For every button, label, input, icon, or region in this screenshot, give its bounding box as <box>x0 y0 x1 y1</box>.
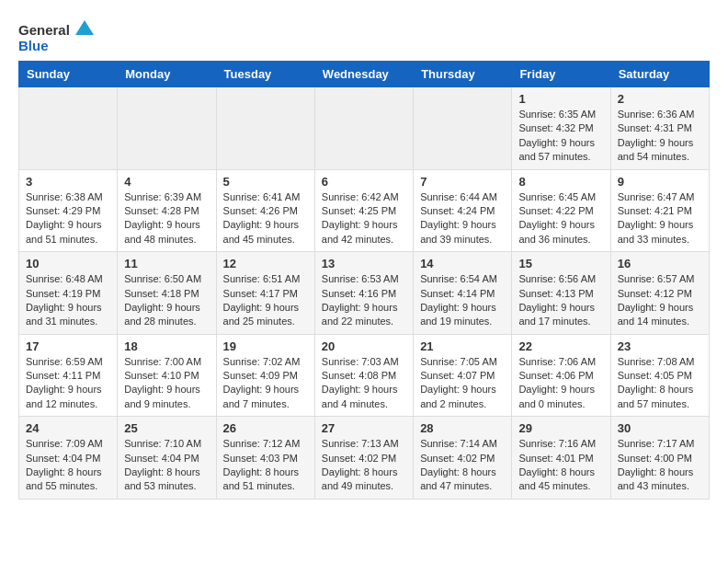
calendar-cell: 28Sunrise: 7:14 AM Sunset: 4:02 PM Dayli… <box>414 417 512 500</box>
day-detail: Sunrise: 6:59 AM Sunset: 4:11 PM Dayligh… <box>26 355 110 412</box>
day-number: 11 <box>124 257 209 270</box>
calendar-cell: 24Sunrise: 7:09 AM Sunset: 4:04 PM Dayli… <box>19 417 118 500</box>
day-number: 25 <box>124 421 209 435</box>
day-detail: Sunrise: 7:10 AM Sunset: 4:04 PM Dayligh… <box>124 437 209 494</box>
day-detail: Sunrise: 7:09 AM Sunset: 4:04 PM Dayligh… <box>26 437 110 494</box>
day-detail: Sunrise: 6:39 AM Sunset: 4:28 PM Dayligh… <box>124 190 209 247</box>
calendar-cell: 2Sunrise: 6:36 AM Sunset: 4:31 PM Daylig… <box>610 87 709 170</box>
day-number: 14 <box>420 257 505 270</box>
svg-marker-2 <box>75 20 94 35</box>
day-detail: Sunrise: 7:05 AM Sunset: 4:07 PM Dayligh… <box>420 355 505 412</box>
day-number: 5 <box>223 175 308 189</box>
header-friday: Friday <box>512 62 610 87</box>
day-detail: Sunrise: 7:03 AM Sunset: 4:08 PM Dayligh… <box>322 355 406 412</box>
calendar-body: 1Sunrise: 6:35 AM Sunset: 4:32 PM Daylig… <box>19 87 710 500</box>
calendar-cell: 6Sunrise: 6:42 AM Sunset: 4:25 PM Daylig… <box>314 169 413 252</box>
day-detail: Sunrise: 6:56 AM Sunset: 4:13 PM Dayligh… <box>518 272 603 329</box>
day-number: 19 <box>223 339 308 353</box>
week-row-3: 17Sunrise: 6:59 AM Sunset: 4:11 PM Dayli… <box>19 334 710 417</box>
day-number: 3 <box>26 175 110 189</box>
day-detail: Sunrise: 6:50 AM Sunset: 4:18 PM Dayligh… <box>124 272 209 329</box>
week-row-4: 24Sunrise: 7:09 AM Sunset: 4:04 PM Dayli… <box>19 417 710 500</box>
calendar-cell: 26Sunrise: 7:12 AM Sunset: 4:03 PM Dayli… <box>216 417 314 500</box>
day-detail: Sunrise: 7:00 AM Sunset: 4:10 PM Dayligh… <box>124 355 209 412</box>
day-number: 29 <box>518 421 603 435</box>
day-number: 7 <box>420 175 505 189</box>
calendar-cell <box>118 87 216 170</box>
day-number: 13 <box>322 257 406 270</box>
day-detail: Sunrise: 7:02 AM Sunset: 4:09 PM Dayligh… <box>223 355 308 412</box>
day-detail: Sunrise: 6:53 AM Sunset: 4:16 PM Dayligh… <box>322 272 406 329</box>
day-number: 15 <box>518 257 603 270</box>
calendar-cell <box>216 87 314 170</box>
day-number: 10 <box>26 257 110 270</box>
day-detail: Sunrise: 6:51 AM Sunset: 4:17 PM Dayligh… <box>223 272 308 329</box>
day-number: 23 <box>618 339 702 353</box>
header-row: SundayMondayTuesdayWednesdayThursdayFrid… <box>19 62 710 87</box>
calendar-cell: 1Sunrise: 6:35 AM Sunset: 4:32 PM Daylig… <box>512 87 610 170</box>
day-detail: Sunrise: 7:08 AM Sunset: 4:05 PM Dayligh… <box>618 355 702 412</box>
day-detail: Sunrise: 6:44 AM Sunset: 4:24 PM Dayligh… <box>420 190 505 247</box>
day-number: 2 <box>618 92 702 106</box>
calendar-cell: 12Sunrise: 6:51 AM Sunset: 4:17 PM Dayli… <box>216 252 314 335</box>
day-number: 20 <box>322 339 406 353</box>
calendar-cell: 13Sunrise: 6:53 AM Sunset: 4:16 PM Dayli… <box>314 252 413 335</box>
calendar-cell: 4Sunrise: 6:39 AM Sunset: 4:28 PM Daylig… <box>118 169 216 252</box>
calendar-cell: 7Sunrise: 6:44 AM Sunset: 4:24 PM Daylig… <box>414 169 512 252</box>
day-detail: Sunrise: 7:13 AM Sunset: 4:02 PM Dayligh… <box>322 437 406 494</box>
header-sunday: Sunday <box>19 62 118 87</box>
day-number: 17 <box>26 339 110 353</box>
day-detail: Sunrise: 6:42 AM Sunset: 4:25 PM Dayligh… <box>322 190 406 247</box>
calendar-cell <box>414 87 512 170</box>
day-detail: Sunrise: 7:17 AM Sunset: 4:00 PM Dayligh… <box>618 437 702 494</box>
svg-text:General: General <box>18 22 70 38</box>
day-detail: Sunrise: 7:16 AM Sunset: 4:01 PM Dayligh… <box>518 437 603 494</box>
day-detail: Sunrise: 6:45 AM Sunset: 4:22 PM Dayligh… <box>518 190 603 247</box>
page-header: General Blue <box>18 15 710 55</box>
day-detail: Sunrise: 6:41 AM Sunset: 4:26 PM Dayligh… <box>223 190 308 247</box>
day-number: 16 <box>618 257 702 270</box>
header-tuesday: Tuesday <box>216 62 314 87</box>
day-number: 18 <box>124 339 209 353</box>
day-number: 9 <box>618 175 702 189</box>
day-number: 24 <box>26 421 110 435</box>
day-number: 1 <box>518 92 603 106</box>
calendar-cell: 8Sunrise: 6:45 AM Sunset: 4:22 PM Daylig… <box>512 169 610 252</box>
calendar-cell: 10Sunrise: 6:48 AM Sunset: 4:19 PM Dayli… <box>19 252 118 335</box>
day-number: 22 <box>518 339 603 353</box>
day-number: 21 <box>420 339 505 353</box>
calendar-cell: 11Sunrise: 6:50 AM Sunset: 4:18 PM Dayli… <box>118 252 216 335</box>
calendar-cell: 17Sunrise: 6:59 AM Sunset: 4:11 PM Dayli… <box>19 334 118 417</box>
header-saturday: Saturday <box>610 62 709 87</box>
day-number: 26 <box>223 421 308 435</box>
day-detail: Sunrise: 6:54 AM Sunset: 4:14 PM Dayligh… <box>420 272 505 329</box>
day-number: 6 <box>322 175 406 189</box>
calendar-cell: 23Sunrise: 7:08 AM Sunset: 4:05 PM Dayli… <box>610 334 709 417</box>
week-row-2: 10Sunrise: 6:48 AM Sunset: 4:19 PM Dayli… <box>19 252 710 335</box>
day-detail: Sunrise: 7:14 AM Sunset: 4:02 PM Dayligh… <box>420 437 505 494</box>
day-detail: Sunrise: 6:38 AM Sunset: 4:29 PM Dayligh… <box>26 190 110 247</box>
calendar-cell: 25Sunrise: 7:10 AM Sunset: 4:04 PM Dayli… <box>118 417 216 500</box>
calendar-cell: 5Sunrise: 6:41 AM Sunset: 4:26 PM Daylig… <box>216 169 314 252</box>
calendar-cell: 14Sunrise: 6:54 AM Sunset: 4:14 PM Dayli… <box>414 252 512 335</box>
day-detail: Sunrise: 6:36 AM Sunset: 4:31 PM Dayligh… <box>618 108 702 165</box>
calendar-cell <box>314 87 413 170</box>
calendar-cell: 22Sunrise: 7:06 AM Sunset: 4:06 PM Dayli… <box>512 334 610 417</box>
svg-text:Blue: Blue <box>18 38 49 53</box>
day-number: 28 <box>420 421 505 435</box>
calendar-cell: 27Sunrise: 7:13 AM Sunset: 4:02 PM Dayli… <box>314 417 413 500</box>
calendar-cell: 30Sunrise: 7:17 AM Sunset: 4:00 PM Dayli… <box>610 417 709 500</box>
week-row-0: 1Sunrise: 6:35 AM Sunset: 4:32 PM Daylig… <box>19 87 710 170</box>
calendar-cell <box>19 87 118 170</box>
calendar-cell: 3Sunrise: 6:38 AM Sunset: 4:29 PM Daylig… <box>19 169 118 252</box>
header-monday: Monday <box>118 62 216 87</box>
day-detail: Sunrise: 7:12 AM Sunset: 4:03 PM Dayligh… <box>223 437 308 494</box>
calendar-cell: 9Sunrise: 6:47 AM Sunset: 4:21 PM Daylig… <box>610 169 709 252</box>
calendar-cell: 29Sunrise: 7:16 AM Sunset: 4:01 PM Dayli… <box>512 417 610 500</box>
day-detail: Sunrise: 7:06 AM Sunset: 4:06 PM Dayligh… <box>518 355 603 412</box>
day-detail: Sunrise: 6:48 AM Sunset: 4:19 PM Dayligh… <box>26 272 110 329</box>
calendar-cell: 15Sunrise: 6:56 AM Sunset: 4:13 PM Dayli… <box>512 252 610 335</box>
header-thursday: Thursday <box>414 62 512 87</box>
calendar-cell: 19Sunrise: 7:02 AM Sunset: 4:09 PM Dayli… <box>216 334 314 417</box>
day-number: 4 <box>124 175 209 189</box>
